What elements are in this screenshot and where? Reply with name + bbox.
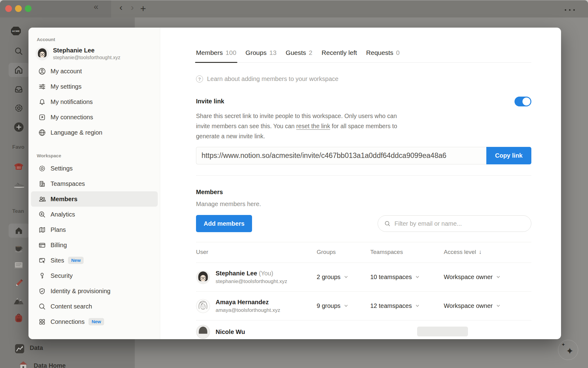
data-page-label[interactable]: Data — [30, 344, 43, 351]
groups-dropdown[interactable]: 9 groups — [317, 302, 370, 309]
team-pencil-emoji-icon[interactable] — [13, 278, 24, 289]
sidebar-item-identity-provisioning[interactable]: Identity & provisioning — [31, 283, 158, 299]
avatar — [36, 47, 49, 60]
sidebar-item-my-account[interactable]: My account — [31, 63, 158, 79]
forward-icon: › — [131, 3, 134, 12]
data-home-page-icon[interactable] — [18, 360, 29, 368]
sidebar-item-label: Teamspaces — [51, 180, 85, 187]
sidebar-item-billing[interactable]: Billing — [31, 237, 158, 253]
search-icon — [384, 220, 391, 227]
team-notebook-emoji-icon[interactable] — [13, 259, 24, 270]
sidebar-item-label: Settings — [51, 165, 73, 172]
add-members-button[interactable]: Add members — [196, 215, 252, 232]
sidebar-user-row[interactable]: Stephanie Lee stephanie@toolsforthought.… — [36, 47, 160, 60]
workspace-logo[interactable]: ACME — [11, 27, 21, 35]
chevron-down-icon — [496, 274, 500, 281]
access-level-dropdown[interactable]: Workspace owner — [444, 302, 531, 309]
sidebar-item-teamspaces[interactable]: Teamspaces — [31, 176, 158, 191]
sidebar-item-settings[interactable]: Settings — [31, 161, 158, 176]
tab-recently-left[interactable]: Recently left — [322, 49, 357, 56]
collapse-sidebar-icon[interactable]: « — [94, 3, 98, 11]
sidebar-item-my-notifications[interactable]: My notifications — [31, 94, 158, 109]
map-icon — [38, 226, 46, 234]
favorite-sneaker-emoji-icon[interactable] — [13, 179, 24, 190]
col-access-level[interactable]: Access level↓ — [444, 249, 531, 255]
magnifier-icon — [38, 302, 46, 311]
tab-requests[interactable]: Requests0 — [366, 49, 400, 56]
invite-link-toggle[interactable] — [514, 97, 531, 106]
sidebar-item-my-settings[interactable]: My settings — [31, 79, 158, 94]
sidebar-user-email: stephanie@toolsforthought.xyz — [53, 55, 120, 60]
access-level-dropdown[interactable]: Workspace owner — [444, 274, 531, 281]
col-user[interactable]: User — [196, 249, 317, 255]
clipped-dropdown-top — [417, 327, 468, 336]
person-circle-icon — [38, 67, 46, 75]
member-row: Stephanie Lee (You) stephanie@toolsforth… — [196, 263, 531, 292]
sidebar-item-language-region[interactable]: Language & region — [31, 125, 158, 140]
new-page-plus-icon[interactable] — [13, 121, 24, 132]
teamspaces-dropdown[interactable]: 12 teamspaces — [370, 302, 444, 309]
more-options-icon[interactable] — [565, 9, 575, 11]
team-home-icon[interactable] — [13, 225, 24, 236]
screen: « ‹ › + ACME Favo Tean — [0, 0, 588, 368]
sidebar-item-analytics[interactable]: Analytics — [31, 207, 158, 222]
sidebar-item-label: Identity & provisioning — [51, 288, 111, 295]
learn-about-members-link[interactable]: ? Learn about adding members to your wor… — [196, 75, 531, 82]
arrow-up-right-box-icon — [38, 113, 46, 121]
favorite-phone-emoji-icon[interactable] — [13, 160, 24, 171]
member-email: amaya@toolsforthought.xyz — [216, 307, 280, 313]
member-name: Stephanie Lee (You) — [216, 270, 287, 277]
zoom-window-button[interactable] — [25, 5, 32, 12]
minimize-window-button[interactable] — [15, 5, 22, 12]
gear-icon — [38, 164, 46, 173]
tab-guests[interactable]: Guests2 — [286, 49, 312, 56]
members-people-icon — [38, 195, 46, 203]
sidebar-item-sites[interactable]: Sites New — [31, 253, 158, 268]
member-filter-input[interactable] — [394, 220, 525, 227]
copy-link-button[interactable]: Copy link — [486, 147, 531, 164]
back-icon[interactable]: ‹ — [119, 3, 123, 12]
team-coffee-emoji-icon[interactable] — [13, 243, 24, 254]
teamspaces-dropdown[interactable]: 10 teamspaces — [370, 274, 444, 281]
chevron-down-icon — [415, 274, 420, 281]
col-groups[interactable]: Groups — [317, 249, 370, 255]
sidebar-item-label: Sites — [51, 257, 64, 264]
groups-dropdown[interactable]: 2 groups — [317, 274, 370, 281]
home-icon[interactable] — [13, 64, 24, 75]
sidebar-item-members[interactable]: Members — [31, 191, 158, 207]
sliders-icon — [38, 82, 46, 91]
magnifier-plus-icon — [38, 210, 46, 219]
team-backpack-emoji-icon[interactable] — [13, 312, 24, 324]
data-page-icon[interactable] — [14, 343, 25, 354]
member-filter-input-wrap[interactable] — [378, 215, 531, 232]
key-icon — [38, 272, 46, 280]
sidebar-user-name: Stephanie Lee — [53, 47, 120, 54]
invite-url-field[interactable] — [196, 147, 486, 164]
search-icon[interactable] — [13, 46, 24, 57]
invite-link-description: Share this secret link to invite people … — [196, 111, 412, 141]
invite-link-section: Invite link Share this secret link to in… — [196, 98, 531, 164]
chevron-down-icon — [344, 302, 348, 309]
sidebar-item-label: My notifications — [51, 98, 93, 105]
team-mountain-emoji-icon[interactable] — [13, 295, 24, 306]
browser-cursor-icon — [38, 256, 46, 265]
sidebar-item-security[interactable]: Security — [31, 268, 158, 283]
sidebar-item-my-connections[interactable]: My connections — [31, 109, 158, 125]
sidebar-item-connections[interactable]: Connections New — [31, 314, 158, 329]
data-home-page-label[interactable]: Data Home — [34, 362, 66, 368]
avatar — [196, 299, 210, 313]
ai-assistant-button[interactable]: ✦ ✦ — [558, 340, 578, 360]
new-tab-icon[interactable]: + — [140, 4, 146, 13]
section-divider — [196, 175, 531, 176]
tab-groups[interactable]: Groups13 — [246, 49, 277, 56]
sidebar-item-plans[interactable]: Plans — [31, 222, 158, 237]
settings-gear-icon[interactable] — [13, 102, 24, 113]
tab-members[interactable]: Members100 — [196, 49, 236, 56]
inbox-icon[interactable] — [13, 84, 24, 95]
credit-card-icon — [38, 241, 46, 249]
avatar — [196, 325, 210, 339]
reset-link[interactable]: reset the link — [296, 123, 330, 129]
sidebar-item-content-search[interactable]: Content search — [31, 299, 158, 314]
col-teamspaces[interactable]: Teamspaces — [370, 249, 444, 255]
close-window-button[interactable] — [5, 5, 12, 12]
